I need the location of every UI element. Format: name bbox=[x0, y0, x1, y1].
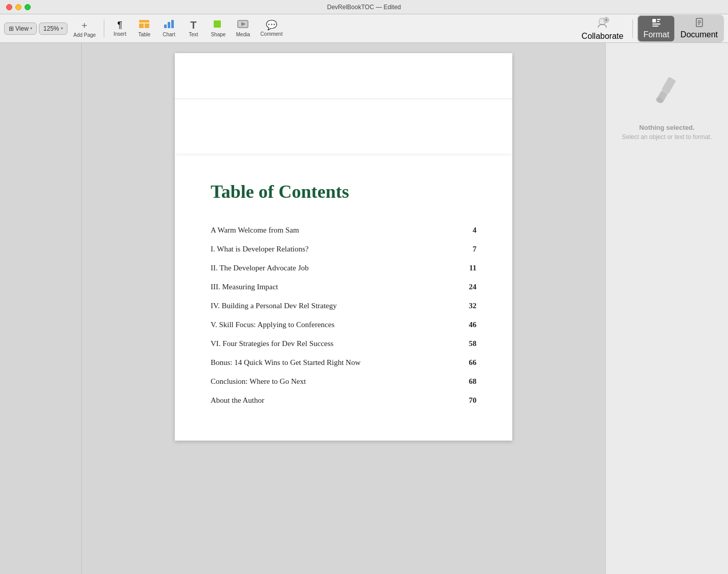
left-sidebar bbox=[0, 43, 82, 574]
table-icon bbox=[139, 19, 150, 30]
media-button[interactable]: Media bbox=[232, 17, 254, 39]
separator-1 bbox=[104, 19, 104, 38]
svg-rect-18 bbox=[652, 24, 661, 25]
zoom-button[interactable]: 125% ▾ bbox=[39, 22, 67, 35]
media-label: Media bbox=[236, 32, 250, 37]
toc-entries: A Warm Welcome from Sam 4 I. What is Dev… bbox=[211, 221, 476, 410]
svg-rect-19 bbox=[652, 26, 658, 27]
toc-entry-title: A Warm Welcome from Sam bbox=[211, 226, 299, 235]
canvas-area[interactable]: Table of Contents A Warm Welcome from Sa… bbox=[82, 43, 605, 574]
toc-entry: VI. Four Strategies for Dev Rel Success … bbox=[211, 334, 476, 353]
page-top-content bbox=[175, 53, 512, 99]
toc-entry-page: 68 bbox=[461, 377, 476, 386]
chart-icon bbox=[163, 19, 174, 30]
chart-button[interactable]: Chart bbox=[157, 17, 180, 39]
insert-label: Insert bbox=[113, 31, 126, 37]
main-area: Table of Contents A Warm Welcome from Sa… bbox=[0, 43, 728, 574]
nothing-selected-label: Nothing selected. bbox=[639, 124, 694, 131]
zoom-value: 125% bbox=[43, 25, 59, 32]
separator-2 bbox=[632, 19, 633, 38]
chart-label: Chart bbox=[163, 32, 175, 37]
toc-entry: III. Measuring Impact 24 bbox=[211, 278, 476, 296]
toc-entry-page: 11 bbox=[461, 264, 476, 272]
toc-entry-page: 58 bbox=[461, 339, 476, 348]
nothing-selected-sub-label: Select an object or text to format. bbox=[622, 133, 712, 141]
toc-entry-page: 66 bbox=[461, 358, 476, 367]
add-page-button[interactable]: ＋ Add Page bbox=[70, 17, 100, 40]
document-label: Document bbox=[680, 30, 718, 39]
toc-entry: A Warm Welcome from Sam 4 bbox=[211, 221, 476, 240]
toc-entry-page: 46 bbox=[461, 320, 476, 329]
toc-entry-title: II. The Developer Advocate Job bbox=[211, 264, 309, 272]
toc-entry-title: VI. Four Strategies for Dev Rel Success bbox=[211, 339, 333, 348]
media-icon bbox=[237, 19, 248, 30]
toc-entry: Bonus: 14 Quick Wins to Get Started Righ… bbox=[211, 353, 476, 372]
collaborate-label: Collaborate bbox=[582, 32, 624, 41]
insert-icon: ¶ bbox=[118, 20, 123, 30]
text-icon: T bbox=[190, 20, 196, 30]
maximize-button[interactable] bbox=[25, 4, 31, 10]
traffic-lights bbox=[6, 4, 31, 10]
format-icon bbox=[651, 18, 662, 29]
view-chevron-icon: ▾ bbox=[30, 26, 32, 31]
table-button[interactable]: Table bbox=[133, 17, 155, 39]
window-title: DevRelBookTOC — Edited bbox=[327, 4, 401, 11]
title-bar: DevRelBookTOC — Edited bbox=[0, 0, 728, 14]
shape-button[interactable]: Shape bbox=[207, 17, 230, 39]
svg-rect-5 bbox=[171, 20, 174, 28]
format-document-group: Format Document bbox=[637, 15, 724, 42]
toc-page[interactable]: Table of Contents A Warm Welcome from Sa… bbox=[175, 155, 512, 441]
toc-entry-title: About the Author bbox=[211, 396, 264, 405]
toc-title: Table of Contents bbox=[211, 181, 476, 202]
page-content: Table of Contents A Warm Welcome from Sa… bbox=[175, 155, 512, 441]
svg-rect-3 bbox=[164, 25, 167, 28]
format-label: Format bbox=[643, 30, 669, 39]
toc-entry: V. Skill Focus: Applying to Conferences … bbox=[211, 315, 476, 334]
comment-icon: 💬 bbox=[266, 20, 277, 30]
svg-rect-24 bbox=[661, 77, 676, 94]
toc-entry-page: 70 bbox=[461, 396, 476, 405]
toc-entry-title: IV. Building a Personal Dev Rel Strategy bbox=[211, 302, 337, 310]
zoom-chevron-icon: ▾ bbox=[61, 26, 63, 31]
text-button[interactable]: T Text bbox=[182, 18, 204, 39]
svg-rect-15 bbox=[652, 19, 656, 22]
add-page-icon: ＋ bbox=[80, 19, 89, 31]
collaborate-button[interactable]: Collaborate bbox=[577, 13, 629, 44]
svg-rect-16 bbox=[657, 19, 661, 20]
shape-label: Shape bbox=[211, 32, 225, 37]
toc-entry: IV. Building a Personal Dev Rel Strategy… bbox=[211, 296, 476, 315]
toc-entry-page: 32 bbox=[461, 302, 476, 310]
view-button[interactable]: ⊞ View ▾ bbox=[4, 22, 37, 35]
toc-entry: About the Author 70 bbox=[211, 391, 476, 410]
toc-entry: Conclusion: Where to Go Next 68 bbox=[211, 372, 476, 391]
text-label: Text bbox=[189, 32, 198, 37]
toc-entry-page: 4 bbox=[461, 226, 476, 235]
view-icon: ⊞ bbox=[9, 25, 14, 32]
toc-entry-title: V. Skill Focus: Applying to Conferences bbox=[211, 320, 334, 329]
toc-entry-title: Bonus: 14 Quick Wins to Get Started Righ… bbox=[211, 358, 360, 367]
svg-rect-17 bbox=[657, 21, 659, 22]
toc-entry-title: Conclusion: Where to Go Next bbox=[211, 377, 306, 386]
toc-entry: I. What is Developer Relations? 7 bbox=[211, 240, 476, 259]
document-button[interactable]: Document bbox=[675, 16, 723, 41]
add-page-label: Add Page bbox=[74, 32, 96, 38]
page-top-fragment bbox=[175, 53, 512, 155]
document-icon bbox=[694, 18, 704, 29]
toc-entry-title: III. Measuring Impact bbox=[211, 283, 278, 291]
format-button[interactable]: Format bbox=[638, 16, 674, 41]
svg-rect-6 bbox=[214, 20, 221, 28]
toc-entry: II. The Developer Advocate Job 11 bbox=[211, 259, 476, 278]
close-button[interactable] bbox=[6, 4, 12, 10]
toc-entry-page: 24 bbox=[461, 283, 476, 291]
shape-icon bbox=[213, 19, 224, 30]
svg-rect-4 bbox=[168, 22, 170, 28]
table-label: Table bbox=[138, 32, 150, 37]
comment-button[interactable]: 💬 Comment bbox=[256, 18, 286, 39]
insert-button[interactable]: ¶ Insert bbox=[108, 18, 131, 39]
minimize-button[interactable] bbox=[15, 4, 21, 10]
comment-label: Comment bbox=[260, 31, 282, 37]
collaborate-icon bbox=[595, 16, 609, 31]
view-label: View bbox=[15, 25, 29, 32]
toc-entry-title: I. What is Developer Relations? bbox=[211, 245, 309, 254]
right-panel: Nothing selected. Select an object or te… bbox=[605, 43, 728, 574]
